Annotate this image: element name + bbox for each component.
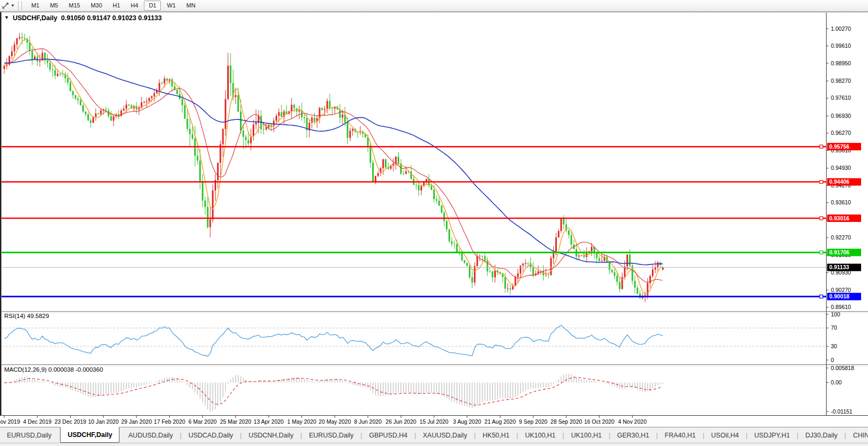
svg-text:0.96930: 0.96930: [831, 113, 851, 119]
macd-label: MACD(12,26,9) 0.000038 -0.000360: [4, 366, 103, 373]
svg-text:0.90270: 0.90270: [831, 287, 851, 293]
svg-text:3 Aug 2020: 3 Aug 2020: [453, 418, 481, 425]
svg-text:4 Nov 2020: 4 Nov 2020: [618, 418, 647, 425]
svg-text:0.90018: 0.90018: [829, 293, 849, 299]
symbol-tabbar: EURUSD,Daily USDCHF,Daily AUDUSD,Daily|U…: [0, 427, 868, 443]
svg-text:10 Jan 2020: 10 Jan 2020: [88, 418, 119, 425]
svg-text:25 Mar 2020: 25 Mar 2020: [220, 418, 251, 425]
chart-tab-uk100-h1-9[interactable]: UK100,H1: [518, 427, 563, 443]
chart-tab-audusd-daily-2[interactable]: AUDUSD,Daily: [122, 427, 180, 443]
timeframe-button-m15[interactable]: M15: [64, 1, 84, 11]
svg-text:70: 70: [831, 324, 837, 331]
svg-text:17 Feb 2020: 17 Feb 2020: [154, 418, 185, 425]
chart-tab-uk100-h1-10[interactable]: UK100,H1: [564, 427, 609, 443]
chart-collapse-icon[interactable]: ▼: [4, 15, 9, 20]
svg-text:20 May 2020: 20 May 2020: [319, 418, 351, 425]
svg-text:0.95756: 0.95756: [829, 143, 849, 150]
timeframe-button-d1[interactable]: D1: [144, 1, 161, 11]
svg-text:0.91133: 0.91133: [829, 264, 849, 270]
chart-tab-ger30-h1-11[interactable]: GER30,H1: [611, 427, 656, 443]
svg-text:0.91706: 0.91706: [829, 249, 849, 255]
svg-text:0.93610: 0.93610: [831, 199, 851, 205]
svg-text:9 Sep 2020: 9 Sep 2020: [519, 418, 547, 425]
chart-tab-gbpusd-h4-6[interactable]: GBPUSD,H4: [362, 427, 414, 443]
svg-text:30: 30: [831, 343, 837, 349]
chart-tab-usoil-h4-13[interactable]: USOil,H4: [704, 427, 746, 443]
svg-text:0.92270: 0.92270: [831, 234, 851, 241]
svg-text:0.00: 0.00: [831, 379, 842, 385]
timeframe-button-m1[interactable]: M1: [27, 1, 44, 11]
rsi-label: RSI(14) 49.5829: [4, 313, 49, 319]
svg-text:1 May 2020: 1 May 2020: [287, 418, 316, 425]
chart-tab-hk50-h1-8[interactable]: HK50,H1: [476, 427, 517, 443]
svg-text:0.89610: 0.89610: [831, 304, 851, 310]
toolbar-grip: [18, 2, 22, 10]
svg-text:0.99610: 0.99610: [831, 42, 851, 49]
svg-text:-0.01151: -0.01151: [831, 408, 853, 415]
svg-text:16 Oct 2020: 16 Oct 2020: [584, 418, 614, 425]
svg-text:15 Nov 2019: 15 Nov 2019: [0, 418, 20, 425]
chart-tab-fra40-h1-12[interactable]: FRA40,H1: [658, 427, 702, 443]
mt4-terminal: ▼ M1M5M15M30H1H4D1W1MN 1.002700.996100.9…: [0, 0, 868, 446]
svg-text:28 Sep 2020: 28 Sep 2020: [551, 418, 582, 425]
chart-ohlc-values: 0.91050 0.91147 0.91023 0.91133: [61, 14, 162, 22]
chart-tab-usdjpy-h1-14[interactable]: USDJPY,H1: [747, 427, 797, 443]
chart-tab-eurusd-daily-5[interactable]: EURUSD,Daily: [302, 427, 360, 443]
chart-tab-usdcnh-daily-4[interactable]: USDCNH,Daily: [242, 427, 300, 443]
svg-text:26 Jun 2020: 26 Jun 2020: [385, 418, 416, 425]
chart-symbol-label: USDCHF,Daily: [13, 14, 57, 22]
chart-tab-usdchf-daily-1[interactable]: USDCHF,Daily: [60, 427, 119, 443]
timeframe-button-m30[interactable]: M30: [86, 1, 107, 11]
svg-text:23 Dec 2019: 23 Dec 2019: [55, 418, 87, 425]
svg-text:21 Aug 2020: 21 Aug 2020: [485, 418, 516, 425]
svg-text:0.005818: 0.005818: [831, 365, 854, 371]
chart-window: 1.002700.996100.989500.982700.976100.969…: [0, 12, 868, 427]
svg-text:0.98270: 0.98270: [831, 78, 851, 84]
svg-text:0.97610: 0.97610: [831, 95, 851, 101]
svg-text:6 Mar 2020: 6 Mar 2020: [188, 418, 217, 425]
chart-tab-xauusd-daily-7[interactable]: XAUUSD,Daily: [416, 427, 474, 443]
svg-text:100: 100: [831, 311, 840, 318]
svg-text:29 Jan 2020: 29 Jan 2020: [121, 418, 152, 425]
chart-title: ▼ USDCHF,Daily 0.91050 0.91147 0.91023 0…: [4, 14, 162, 22]
svg-text:13 Apr 2020: 13 Apr 2020: [254, 418, 284, 425]
timeframe-toolbar: ▼ M1M5M15M30H1H4D1W1MN: [0, 0, 868, 12]
svg-text:0.94406: 0.94406: [829, 178, 849, 185]
timeframe-button-m5[interactable]: M5: [45, 1, 63, 11]
svg-text:0.93016: 0.93016: [829, 215, 849, 221]
svg-text:0.94930: 0.94930: [831, 165, 851, 171]
svg-text:0.96270: 0.96270: [831, 130, 851, 136]
svg-text:15 Jul 2020: 15 Jul 2020: [419, 418, 448, 425]
timeframe-button-h1[interactable]: H1: [108, 1, 125, 11]
svg-text:0: 0: [831, 357, 834, 363]
svg-text:4 Dec 2019: 4 Dec 2019: [23, 418, 51, 425]
svg-text:0.98950: 0.98950: [831, 60, 851, 66]
chart-tab-china300-h1-16[interactable]: CHINA300,H1: [846, 427, 868, 443]
timeframe-button-mn[interactable]: MN: [182, 1, 200, 11]
chart-tab-dj30-daily-15[interactable]: DJ30,Daily: [798, 427, 844, 443]
statusbar-strip: [0, 443, 868, 446]
timeframe-button-w1[interactable]: W1: [162, 1, 181, 11]
timeframe-button-h4[interactable]: H4: [126, 1, 143, 11]
svg-text:8 Jun 2020: 8 Jun 2020: [354, 418, 382, 425]
svg-text:1.00270: 1.00270: [831, 25, 851, 32]
tool-dropdown-icon[interactable]: ▼: [11, 3, 15, 8]
crosshair-tool-icon[interactable]: [0, 1, 11, 11]
chart-tab-usdcad-daily-3[interactable]: USDCAD,Daily: [182, 427, 240, 443]
chart-tab-eurusd-daily-0[interactable]: EURUSD,Daily: [0, 427, 58, 443]
price-chart[interactable]: 1.002700.996100.989500.982700.976100.969…: [0, 12, 868, 427]
